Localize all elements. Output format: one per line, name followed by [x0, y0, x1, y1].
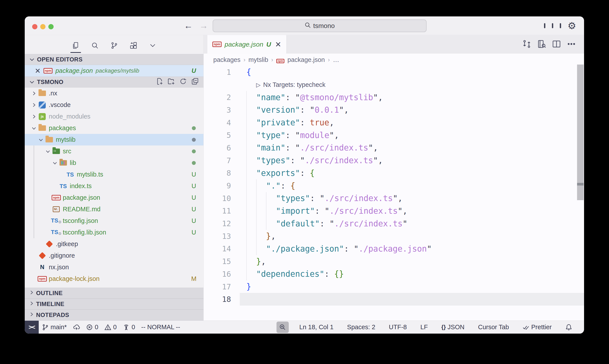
code-line-5[interactable]: 5"type": "module",: [204, 129, 584, 142]
code-line-4[interactable]: 4"private": true,: [204, 116, 584, 129]
editor-scrollbar[interactable]: [577, 65, 584, 200]
new-file-icon[interactable]: [156, 78, 163, 87]
code-line-13[interactable]: 13},: [204, 230, 584, 243]
close-icon[interactable]: ✕: [35, 67, 41, 75]
statusbar-errors[interactable]: 0: [83, 321, 101, 334]
split-editor-icon[interactable]: [552, 39, 561, 49]
code-line-12[interactable]: 12"default": "./src/index.ts": [204, 217, 584, 230]
tree-item-tsconfig-lib-json[interactable]: TS⚙tsconfig.lib.jsonU: [25, 227, 203, 238]
tree-item-index-ts[interactable]: TSindex.tsU: [25, 180, 203, 192]
chevron-right-icon[interactable]: [30, 114, 38, 119]
statusbar-screen-zoom[interactable]: [276, 322, 289, 333]
settings-gear-icon[interactable]: ⚙: [568, 21, 576, 31]
back-icon[interactable]: ←: [184, 21, 193, 31]
extensions-icon[interactable]: [128, 40, 139, 51]
open-editors-header[interactable]: OPEN EDITORS: [25, 54, 203, 65]
tree-item--gitignore[interactable]: .gitignore: [25, 250, 203, 261]
statusbar-ports[interactable]: 0: [120, 321, 138, 334]
code-line-17[interactable]: 17}: [204, 280, 584, 293]
code-line-2[interactable]: 2"name": "@tsmono/mytslib",: [204, 91, 584, 104]
open-editor-item[interactable]: ✕ npm package.json packages/mytslib U: [25, 65, 203, 77]
code-line-9[interactable]: 9".": {: [204, 179, 584, 192]
tree-item-src[interactable]: src: [25, 145, 203, 157]
code-line-3[interactable]: 3"version": "0.0.1",: [204, 104, 584, 116]
chevron-right-icon[interactable]: [30, 102, 38, 108]
tree-item-packages[interactable]: packages: [25, 122, 203, 134]
statusbar-cursor-position[interactable]: Ln 18, Col 1: [296, 321, 337, 334]
statusbar-sync[interactable]: [70, 321, 83, 334]
tree-item-mytslib[interactable]: mytslib: [25, 134, 203, 145]
layout-sidebar-left-icon[interactable]: [544, 24, 545, 28]
statusbar-formatter[interactable]: Prettier: [519, 321, 555, 334]
chevron-down-icon[interactable]: [44, 149, 52, 154]
statusbar-language-mode[interactable]: {}JSON: [438, 321, 468, 334]
code-line-18[interactable]: 18: [204, 293, 584, 306]
statusbar-git-branch[interactable]: main*: [39, 321, 70, 334]
section-outline[interactable]: OUTLINE: [25, 288, 203, 299]
tree-item-node-modules[interactable]: jsnode_modules: [25, 111, 203, 122]
chevron-down-icon[interactable]: [147, 40, 158, 51]
statusbar-notifications[interactable]: [562, 321, 575, 334]
statusbar-cursor-tab[interactable]: Cursor Tab: [475, 321, 512, 334]
tree-item-package-lock-json[interactable]: npmpackage-lock.jsonM: [25, 273, 203, 285]
code-line-11[interactable]: 11"import": "./src/index.ts",: [204, 205, 584, 217]
tree-item--gitkeep[interactable]: .gitkeep: [25, 238, 203, 250]
statusbar-eol[interactable]: LF: [417, 321, 431, 334]
tree-item-tsconfig-json[interactable]: TS⚙tsconfig.jsonU: [25, 215, 203, 227]
tab-bar: npm package.json U ✕: [204, 35, 584, 53]
tree-item-package-json[interactable]: npmpackage.jsonU: [25, 192, 203, 203]
tree-item-lib[interactable]: lib: [25, 157, 203, 169]
section-timeline[interactable]: TIMELINE: [25, 299, 203, 310]
run-icon[interactable]: ▷: [256, 82, 260, 88]
statusbar-remote-indicator[interactable]: ><: [25, 321, 39, 334]
section-notepads[interactable]: NOTEPADS: [25, 310, 203, 321]
close-window-button[interactable]: [32, 24, 38, 29]
tree-item-nx-json[interactable]: Nnx.json: [25, 261, 203, 273]
forward-icon[interactable]: →: [199, 21, 208, 31]
chevron-right-icon[interactable]: [30, 91, 38, 96]
code-editor[interactable]: 1{▷Nx Targets: typecheck2"name": "@tsmon…: [204, 66, 584, 321]
statusbar-warnings[interactable]: 0: [101, 321, 120, 334]
explorer-header[interactable]: TSMONO: [25, 77, 203, 88]
breadcrumb-item[interactable]: mytslib: [248, 56, 268, 64]
maximize-window-button[interactable]: [48, 24, 54, 29]
command-center-search[interactable]: tsmono: [213, 19, 427, 32]
compare-changes-icon[interactable]: [522, 39, 531, 49]
chevron-down-icon[interactable]: [30, 125, 38, 131]
tree-item--vscode[interactable]: .vscode: [25, 99, 203, 111]
layout-sidebar-right-icon[interactable]: [560, 24, 561, 28]
codelens-nx-targets[interactable]: ▷Nx Targets: typecheck: [204, 78, 584, 91]
code-line-1[interactable]: 1{: [204, 66, 584, 78]
code-line-6[interactable]: 6"main": "./src/index.ts",: [204, 142, 584, 154]
source-control-icon[interactable]: [108, 40, 120, 51]
code-line-10[interactable]: 10"types": "./src/index.ts",: [204, 192, 584, 205]
code-line-16[interactable]: 16"dependencies": {}: [204, 268, 584, 280]
layout-panel-bottom-icon[interactable]: [552, 24, 553, 28]
code-line-15[interactable]: 15},: [204, 255, 584, 268]
breadcrumb-item[interactable]: packages: [213, 56, 240, 64]
close-icon[interactable]: ✕: [275, 40, 281, 49]
chevron-down-icon[interactable]: [51, 160, 59, 166]
code-line-8[interactable]: 8"exports": {: [204, 167, 584, 180]
chevron-right-icon: [29, 290, 34, 297]
new-folder-icon[interactable]: [168, 78, 175, 87]
tab-package-json[interactable]: npm package.json U ✕: [207, 35, 286, 53]
refresh-icon[interactable]: [179, 78, 187, 87]
explorer-files-icon[interactable]: [70, 40, 81, 51]
tree-item-readme-md[interactable]: M↓README.mdU: [25, 203, 203, 215]
tree-item--nx[interactable]: .nx: [25, 88, 203, 99]
open-preview-icon[interactable]: [537, 39, 546, 49]
breadcrumb-item[interactable]: package.json: [287, 56, 325, 64]
code-line-7[interactable]: 7"types": "./src/index.ts",: [204, 154, 584, 167]
collapse-all-icon[interactable]: [191, 78, 199, 87]
code-line-14[interactable]: 14"./package.json": "./package.json": [204, 243, 584, 255]
minimize-window-button[interactable]: [40, 24, 46, 29]
statusbar-encoding[interactable]: UTF-8: [386, 321, 410, 334]
search-icon[interactable]: [89, 40, 101, 51]
more-actions-icon[interactable]: [567, 39, 576, 49]
chevron-down-icon[interactable]: [37, 137, 45, 143]
statusbar-indentation[interactable]: Spaces: 2: [344, 321, 378, 334]
breadcrumb-item[interactable]: …: [333, 56, 339, 64]
statusbar-vim-mode[interactable]: -- NORMAL --: [138, 321, 183, 334]
tree-item-mytslib-ts[interactable]: TSmytslib.tsU: [25, 169, 203, 180]
